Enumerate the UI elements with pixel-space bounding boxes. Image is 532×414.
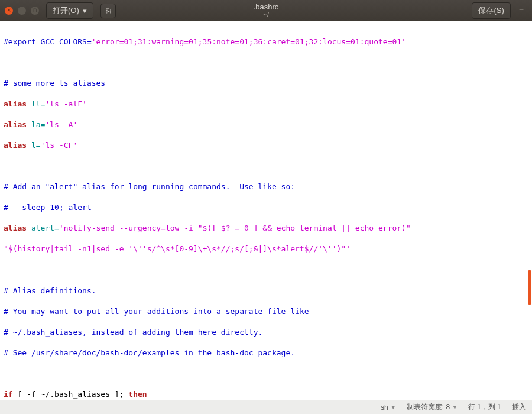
code-comment: # See /usr/share/doc/bash-doc/examples i…: [4, 348, 295, 357]
chevron-down-icon: ▼: [391, 405, 396, 410]
insert-mode-toggle[interactable]: 插入: [512, 402, 526, 412]
code-string: 'ls -CF': [41, 141, 78, 150]
code-string: "$(history|tail -n1|sed -e '\''s/^\s*[0-…: [4, 244, 351, 253]
status-bar: sh ▼ 制表符宽度: 8 ▼ 行 1，列 1 插入: [0, 400, 532, 414]
code-text: [ -f ~/.bash_aliases ];: [13, 390, 129, 399]
code-text: l=: [27, 141, 40, 150]
code-text: #export GCC_COLORS=: [4, 37, 92, 46]
tab-width-selector[interactable]: 制表符宽度: 8 ▼: [407, 402, 458, 412]
open-button[interactable]: 打开(O) ▾: [46, 2, 93, 19]
code-text: la=: [27, 120, 45, 129]
editor-area[interactable]: #export GCC_COLORS='error=01;31:warning=…: [0, 21, 532, 400]
new-tab-button[interactable]: ⎘: [100, 4, 116, 18]
close-icon[interactable]: ✕: [5, 7, 13, 15]
cursor-position-label: 行 1，列 1: [468, 402, 501, 412]
language-selector[interactable]: sh ▼: [381, 403, 396, 412]
save-button-label: 保存(S): [478, 6, 504, 15]
open-button-label: 打开(O): [53, 5, 79, 16]
tab-width-label: 制表符宽度: 8: [407, 402, 450, 412]
chevron-down-icon: ▼: [452, 405, 458, 410]
maximize-icon[interactable]: ▢: [31, 7, 39, 15]
chevron-down-icon: ▾: [83, 7, 87, 15]
title-block: .bashrc ~/: [254, 2, 279, 20]
cursor-position: 行 1，列 1: [468, 402, 501, 412]
hamburger-icon: ≡: [519, 6, 524, 15]
document-title: .bashrc: [254, 2, 279, 12]
code-keyword: alias: [4, 99, 27, 108]
code-string: 'ls -A': [45, 120, 77, 129]
insert-mode-label: 插入: [512, 402, 526, 412]
window-titlebar: ✕ – ▢ 打开(O) ▾ ⎘ .bashrc ~/ 保存(S) ≡: [0, 0, 532, 21]
code-keyword: then: [128, 390, 147, 399]
code-comment: # sleep 10; alert: [4, 203, 92, 212]
minimize-icon[interactable]: –: [18, 7, 26, 15]
code-text: ll=: [27, 99, 45, 108]
window-controls: ✕ – ▢: [5, 7, 39, 15]
code-keyword: alias: [4, 141, 27, 150]
document-path: ~/: [254, 11, 279, 19]
code-keyword: alias: [4, 120, 27, 129]
code-comment: # You may want to put all your additions…: [4, 307, 309, 316]
new-tab-icon: ⎘: [106, 7, 111, 15]
code-comment: # ~/.bash_aliases, instead of adding the…: [4, 328, 262, 337]
save-button[interactable]: 保存(S): [472, 2, 510, 19]
code-string: 'ls -alF': [45, 99, 86, 108]
code-keyword: if: [4, 390, 13, 399]
code-keyword: alias: [4, 224, 27, 232]
code-comment: # Alias definitions.: [4, 286, 96, 295]
code-text: 'error=01;31:warning=01;35:note=01;36:ca…: [92, 37, 406, 46]
code-comment: # Add an "alert" alias for long running …: [4, 182, 295, 191]
code-string: 'notify-send --urgency=low -i "$([ $? = …: [59, 224, 416, 232]
code-comment: # some more ls aliases: [4, 79, 105, 88]
menu-button[interactable]: ≡: [515, 4, 527, 18]
scrollbar-thumb[interactable]: [528, 270, 531, 305]
language-label: sh: [381, 403, 388, 412]
code-text: alert=: [27, 224, 59, 232]
